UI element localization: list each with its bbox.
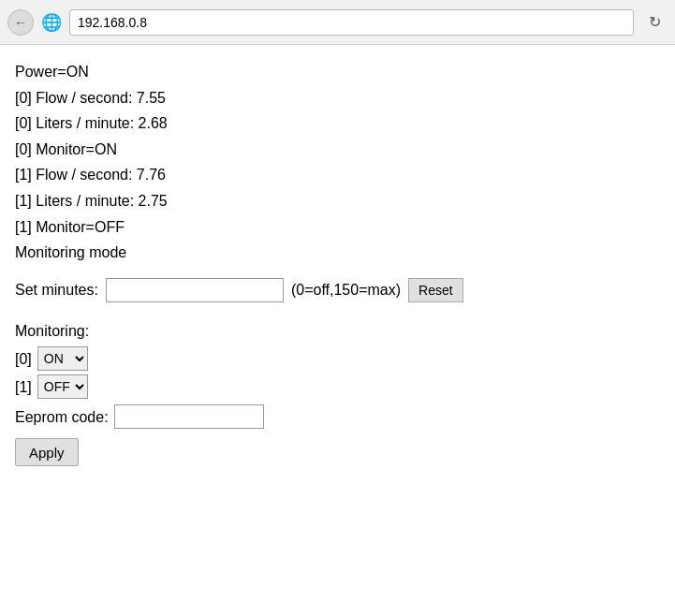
back-button[interactable]: ← xyxy=(7,9,34,36)
channel1-flow: [1] Flow / second: 7.76 xyxy=(15,163,660,187)
power-status: Power=ON xyxy=(15,60,660,84)
channel0-liters: [0] Liters / minute: 2.68 xyxy=(15,111,660,136)
set-minutes-hint: (0=off,150=max) xyxy=(291,278,401,302)
apply-button[interactable]: Apply xyxy=(15,438,79,466)
channel0-monitor: [0] Monitor=ON xyxy=(15,138,660,162)
eeprom-row: Eeprom code: xyxy=(15,404,660,429)
eeprom-input[interactable] xyxy=(114,404,264,429)
reset-button[interactable]: Reset xyxy=(408,278,463,302)
monitoring-mode: Monitoring mode xyxy=(15,241,660,265)
monitoring-section: Monitoring: [0] ON OFF [1] ON OFF Eeprom… xyxy=(15,319,660,467)
channel0-select[interactable]: ON OFF xyxy=(37,346,88,371)
page-content: Power=ON [0] Flow / second: 7.55 [0] Lit… xyxy=(0,45,675,481)
set-minutes-input[interactable] xyxy=(106,278,284,302)
back-icon: ← xyxy=(14,15,27,30)
channel1-index: [1] xyxy=(15,375,32,400)
browser-chrome: ← 🌐 ↻ xyxy=(0,0,675,45)
monitoring-label: Monitoring: xyxy=(15,319,660,344)
set-minutes-label: Set minutes: xyxy=(15,278,98,302)
reload-icon: ↻ xyxy=(649,13,661,31)
set-minutes-row: Set minutes: (0=off,150=max) Reset xyxy=(15,278,660,302)
eeprom-label: Eeprom code: xyxy=(15,405,109,430)
channel1-monitor: [1] Monitor=OFF xyxy=(15,215,660,240)
globe-icon: 🌐 xyxy=(41,12,62,33)
address-bar[interactable] xyxy=(69,9,634,36)
channel1-monitor-row: [1] ON OFF xyxy=(15,374,660,399)
channel0-index: [0] xyxy=(15,347,32,372)
channel0-flow: [0] Flow / second: 7.55 xyxy=(15,86,660,110)
reload-button[interactable]: ↻ xyxy=(641,9,668,36)
channel0-monitor-row: [0] ON OFF xyxy=(15,346,660,371)
channel1-liters: [1] Liters / minute: 2.75 xyxy=(15,189,660,213)
channel1-select[interactable]: ON OFF xyxy=(37,374,88,399)
